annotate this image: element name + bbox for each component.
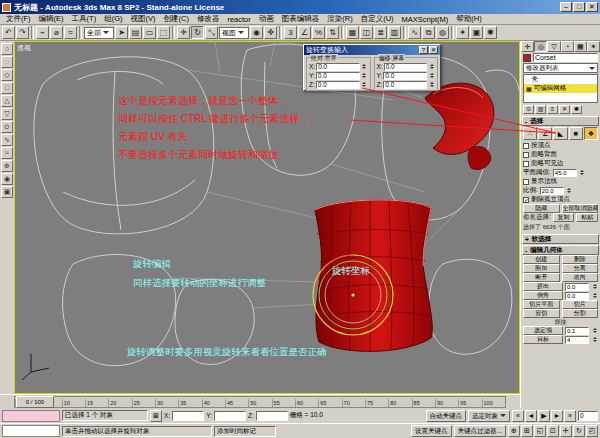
- attach-button[interactable]: 附加: [523, 264, 560, 273]
- select-and-manipulate-button[interactable]: ✜: [264, 26, 277, 39]
- object-name-field[interactable]: [533, 53, 598, 62]
- reactor-icon-3-button[interactable]: ◇: [1, 69, 13, 81]
- detach-button[interactable]: 分离: [562, 264, 599, 273]
- edit-geometry-rollout-header[interactable]: - 编辑几何体: [522, 245, 599, 255]
- time-slider[interactable]: 0 / 100: [16, 396, 54, 408]
- zoom-button[interactable]: ⊕: [508, 425, 520, 437]
- off-z-spinner[interactable]: [428, 80, 435, 89]
- hide-button[interactable]: 隐藏: [523, 204, 560, 213]
- polygon-subobject-button[interactable]: ■: [569, 127, 583, 140]
- pin-stack-icon[interactable]: ⊙: [523, 105, 534, 114]
- previous-frame-button[interactable]: ◄: [525, 410, 537, 422]
- scale-input[interactable]: [540, 187, 564, 195]
- play-button[interactable]: ▶: [538, 410, 550, 422]
- current-frame-field[interactable]: [578, 411, 598, 421]
- slice-button[interactable]: 切片: [562, 300, 599, 309]
- select-and-move-button[interactable]: ✛: [177, 26, 190, 39]
- menu-item-3[interactable]: 组(G): [100, 14, 126, 24]
- split-button[interactable]: 分割: [562, 309, 599, 318]
- go-to-end-button[interactable]: »: [564, 410, 576, 422]
- delete-isolated-checkbox[interactable]: ✓: [523, 197, 529, 203]
- time-tag-button[interactable]: 添加时间标记: [214, 426, 276, 437]
- planar-thresh-spinner[interactable]: [579, 168, 586, 177]
- select-by-name-button[interactable]: ▤: [129, 26, 142, 39]
- next-frame-button[interactable]: ►: [551, 410, 563, 422]
- menu-item-9[interactable]: 图表编辑器: [278, 14, 324, 24]
- menu-item-7[interactable]: reactor: [223, 15, 254, 24]
- abs-z-spinner[interactable]: [361, 80, 368, 89]
- select-and-scale-button[interactable]: ⤡: [205, 26, 218, 39]
- key-filters-button[interactable]: 关键点过滤器...: [454, 425, 506, 437]
- menu-item-5[interactable]: 创建(C): [160, 14, 193, 24]
- abs-x-spinner[interactable]: [361, 62, 368, 71]
- percent-snap-button[interactable]: %: [312, 26, 325, 39]
- reactor-icon-11-button[interactable]: ◉: [1, 173, 13, 185]
- reactor-icon-1-button[interactable]: ○: [1, 43, 13, 55]
- abs-z-input[interactable]: [316, 81, 360, 89]
- reactor-icon-9-button[interactable]: ≈: [1, 147, 13, 159]
- turn-button[interactable]: 改向: [562, 273, 599, 282]
- use-pivot-center-button[interactable]: ◉: [250, 26, 263, 39]
- reactor-icon-12-button[interactable]: ▣: [1, 186, 13, 198]
- rectangular-region-button[interactable]: ▭: [143, 26, 156, 39]
- selection-lock-toggle[interactable]: ⊠: [150, 410, 162, 422]
- vertex-subobject-button[interactable]: ∴: [523, 127, 537, 140]
- align-button[interactable]: ≣: [374, 26, 387, 39]
- tab-motion[interactable]: ◔: [561, 41, 574, 52]
- menu-item-13[interactable]: 帮助(H): [452, 14, 485, 24]
- title-bar[interactable]: 无标题 - Autodesk 3ds Max 8 SP2 - Stand-alo…: [0, 0, 600, 14]
- abs-y-input[interactable]: [316, 72, 360, 80]
- modifier-bulb-icon[interactable]: ◌: [526, 77, 530, 83]
- copy-button[interactable]: 复制: [553, 213, 575, 222]
- mirror-button[interactable]: ◫: [360, 26, 373, 39]
- redo-button[interactable]: ↷: [16, 26, 29, 39]
- unlink-selection-button[interactable]: ⌀: [50, 26, 63, 39]
- stack-row-shell[interactable]: ◌ 壳: [524, 75, 597, 84]
- reactor-icon-8-button[interactable]: ∿: [1, 134, 13, 146]
- tab-utilities[interactable]: ✶: [587, 41, 600, 52]
- angle-snap-button[interactable]: ∠: [298, 26, 311, 39]
- maximize-button[interactable]: □: [573, 2, 585, 12]
- menu-item-2[interactable]: 工具(T): [68, 14, 101, 24]
- reference-coordinate-system-dropdown[interactable]: 视图: [219, 27, 249, 39]
- coord-y-input[interactable]: [214, 411, 246, 421]
- select-object-button[interactable]: ➤: [115, 26, 128, 39]
- off-y-spinner[interactable]: [428, 71, 435, 80]
- coord-x-input[interactable]: [172, 411, 204, 421]
- make-unique-icon[interactable]: ≡: [547, 105, 558, 114]
- key-mode-dropdown[interactable]: 选定对象: [468, 410, 510, 422]
- bevel-button[interactable]: 倒角: [523, 291, 563, 300]
- auto-key-button[interactable]: 自动关键点: [426, 410, 467, 422]
- menu-item-4[interactable]: 视图(V): [127, 14, 160, 24]
- by-vertex-checkbox[interactable]: [523, 143, 529, 149]
- menu-item-11[interactable]: 自定义(U): [357, 14, 398, 24]
- planar-thresh-input[interactable]: [553, 169, 577, 177]
- extrude-spinner[interactable]: [591, 282, 598, 291]
- target-pixels-input[interactable]: [565, 336, 589, 344]
- time-ruler[interactable]: 0510152025303540455055606570758085909510…: [14, 396, 506, 408]
- layer-manager-button[interactable]: ▥: [388, 26, 401, 39]
- delete-button[interactable]: 删除: [562, 255, 599, 264]
- scale-spinner[interactable]: [566, 186, 573, 195]
- reactor-icon-7-button[interactable]: ⊙: [1, 121, 13, 133]
- rotate-transform-type-in-dialog[interactable]: 旋转变换输入 ? ✕ 绝对:世界 X: Y: Z: 偏移:屏幕 X: Y: Z:: [303, 44, 441, 91]
- abs-y-spinner[interactable]: [361, 71, 368, 80]
- menu-item-0[interactable]: 文件(F): [2, 14, 35, 24]
- off-x-input[interactable]: [384, 63, 427, 71]
- render-scene-button[interactable]: ✦: [456, 26, 469, 39]
- create-button[interactable]: 创建: [523, 255, 560, 264]
- weld-spinner[interactable]: [591, 326, 598, 335]
- cut-button[interactable]: 剪切: [523, 309, 560, 318]
- tab-modify[interactable]: ◎: [534, 41, 547, 52]
- slice-plane-button[interactable]: 切片平面: [523, 300, 560, 309]
- ignore-backfacing-checkbox[interactable]: [523, 152, 529, 158]
- tab-create[interactable]: ✛: [521, 41, 534, 52]
- edge-subobject-button[interactable]: ∠: [538, 127, 552, 140]
- maxscript-listener-white[interactable]: [2, 425, 60, 437]
- bevel-input[interactable]: [565, 292, 589, 300]
- stack-row-editable-mesh[interactable]: ▦ 可编辑网格: [524, 84, 597, 93]
- go-to-start-button[interactable]: «: [512, 410, 524, 422]
- reactor-icon-2-button[interactable]: ◌: [1, 56, 13, 68]
- extrude-button[interactable]: 挤出: [523, 282, 563, 291]
- off-z-input[interactable]: [383, 81, 427, 89]
